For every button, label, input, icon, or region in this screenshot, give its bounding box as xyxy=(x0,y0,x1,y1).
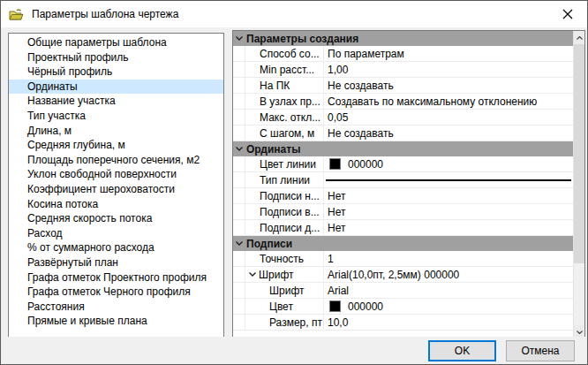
list-item[interactable]: Проектный профиль xyxy=(9,50,223,65)
property-value[interactable]: Arial xyxy=(324,283,573,298)
scrollbar-track[interactable] xyxy=(574,44,584,325)
property-label: Min расст... xyxy=(245,62,324,77)
property-row: Способ со...По параметрам xyxy=(233,46,573,62)
property-value[interactable]: 0,05 xyxy=(324,110,573,125)
list-item[interactable]: Расход xyxy=(9,226,223,241)
property-value[interactable]: Не создавать xyxy=(324,78,573,93)
property-value[interactable]: Нет xyxy=(324,204,573,219)
property-label-text: Тип линии xyxy=(260,174,310,186)
property-value-text: 000000 xyxy=(348,158,383,171)
color-swatch[interactable] xyxy=(329,158,341,170)
list-item[interactable]: % от суммарного расхода xyxy=(9,240,223,255)
list-item[interactable]: Тип участка xyxy=(9,109,223,124)
list-item[interactable]: Коэффициент шероховатости xyxy=(9,182,223,197)
property-label-text: Шрифт xyxy=(259,269,293,281)
property-value[interactable]: 000000 xyxy=(324,299,573,314)
list-item[interactable]: Общие параметры шаблона xyxy=(9,35,223,50)
property-row: Размер, пт10,0 xyxy=(233,315,573,331)
cancel-button[interactable]: Отмена xyxy=(506,340,575,361)
property-row: Подписи д...Нет xyxy=(233,220,573,236)
color-swatch[interactable] xyxy=(329,300,341,312)
property-value[interactable]: 1,00 xyxy=(324,62,573,77)
property-value-text: 0,05 xyxy=(328,111,348,124)
property-row: Макс. откл...0,05 xyxy=(233,110,573,125)
property-value[interactable]: Arial(10,0пт, 2,5мм) 000000 xyxy=(324,267,573,282)
section-title: Параметры создания xyxy=(246,33,358,45)
list-item[interactable]: Графа отметок Черного профиля xyxy=(9,285,223,300)
property-label-text: Шрифт xyxy=(269,285,304,297)
property-label: С шагом, м xyxy=(245,125,324,141)
dialog-footer: OK Отмена xyxy=(1,337,587,364)
scroll-up-icon[interactable] xyxy=(574,31,584,44)
property-value[interactable]: 1 xyxy=(324,251,573,266)
property-label: Способ со... xyxy=(245,46,324,61)
list-item[interactable]: Графа отметок Проектного профиля xyxy=(9,270,223,285)
row-gutter xyxy=(233,315,245,330)
row-gutter xyxy=(233,172,245,187)
list-item[interactable]: Средняя скорость потока xyxy=(9,211,223,226)
window-title: Параметры шаблона чертежа xyxy=(32,8,178,20)
list-item[interactable]: Ординаты xyxy=(9,80,223,95)
ok-button[interactable]: OK xyxy=(428,340,496,361)
list-item[interactable]: Длина, м xyxy=(9,124,223,139)
property-value-text: 10,0 xyxy=(328,316,348,329)
property-label-text: Макс. откл... xyxy=(260,111,320,124)
property-row: С шагом, мНе создавать xyxy=(233,125,573,141)
property-value-text: Нет xyxy=(328,222,345,234)
row-gutter xyxy=(233,110,245,125)
property-value-text: Arial xyxy=(328,285,349,297)
property-label: Макс. откл... xyxy=(245,110,324,125)
property-value-text: Нет xyxy=(328,206,345,218)
row-gutter xyxy=(233,62,245,77)
property-row: Цвет линии000000 xyxy=(233,156,573,172)
property-value-text: Не создавать xyxy=(328,80,394,92)
property-label: Цвет xyxy=(245,299,324,314)
property-value-text: По параметрам xyxy=(328,48,404,60)
property-value[interactable]: 000000 xyxy=(324,156,573,171)
property-label: Цвет линии xyxy=(245,156,324,171)
list-item[interactable]: Средняя глубина, м xyxy=(9,138,223,153)
property-value[interactable]: Не создавать xyxy=(324,125,573,141)
close-icon[interactable] xyxy=(547,1,587,27)
chevron-down-icon xyxy=(236,241,243,246)
row-gutter xyxy=(233,125,245,141)
list-item[interactable]: Название участка xyxy=(9,94,223,109)
property-label: Подписи н... xyxy=(245,188,324,203)
list-item[interactable]: Расстояния xyxy=(9,300,223,315)
property-label-text: Способ со... xyxy=(260,48,320,60)
list-item[interactable]: Косина потока xyxy=(9,197,223,212)
property-value[interactable]: Нет xyxy=(324,220,573,235)
list-item[interactable]: Уклон свободной поверхности xyxy=(9,167,223,182)
scrollbar-thumb[interactable] xyxy=(574,44,584,263)
property-label-text: С шагом, м xyxy=(260,127,314,140)
list-item[interactable]: Развёрнутый план xyxy=(9,255,223,270)
section-title: Ординаты xyxy=(246,143,300,156)
section-header[interactable]: Параметры создания xyxy=(233,31,573,46)
property-value[interactable]: Создавать по максимальному отклонению xyxy=(324,94,573,109)
property-label-text: На ПК xyxy=(260,80,290,92)
property-label-text: Цвет линии xyxy=(260,158,316,171)
property-row: На ПКНе создавать xyxy=(233,78,573,94)
property-row: ШрифтArial xyxy=(233,283,573,299)
property-value[interactable]: Нет xyxy=(324,188,573,203)
folder-icon xyxy=(9,8,24,21)
list-item[interactable]: Прямые и кривые плана xyxy=(9,314,223,329)
section-header[interactable]: Подписи xyxy=(233,236,573,251)
list-item[interactable]: Площадь поперечного сечения, м2 xyxy=(9,153,223,168)
section-header[interactable]: Ординаты xyxy=(233,141,573,156)
property-row: Точность1 xyxy=(233,251,573,267)
vertical-scrollbar[interactable] xyxy=(573,31,584,338)
property-value[interactable] xyxy=(324,172,573,187)
property-row: Min расст...1,00 xyxy=(233,62,573,78)
property-value-text: Arial(10,0пт, 2,5мм) 000000 xyxy=(328,269,459,281)
property-value[interactable]: 10,0 xyxy=(324,315,573,330)
property-value[interactable]: По параметрам xyxy=(324,46,573,61)
line-type-sample[interactable] xyxy=(326,179,571,181)
property-label-text: Min расст... xyxy=(260,64,314,76)
chevron-down-icon[interactable] xyxy=(249,272,256,277)
property-label: Точность xyxy=(245,251,324,266)
property-label: Шрифт xyxy=(245,283,324,298)
property-label-text: Цвет xyxy=(269,300,293,313)
list-item[interactable]: Чёрный профиль xyxy=(9,65,223,80)
row-gutter xyxy=(233,220,245,235)
